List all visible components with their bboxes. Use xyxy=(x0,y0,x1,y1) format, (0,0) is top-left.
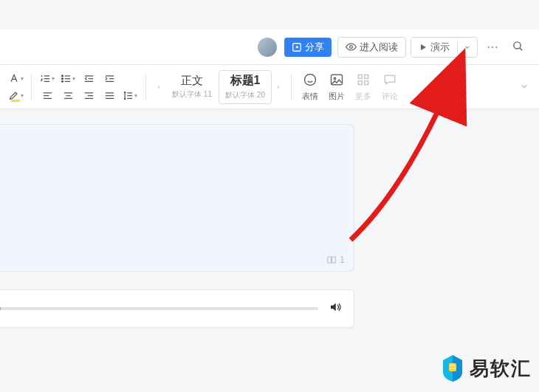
insert-comment-label: 评论 xyxy=(382,91,398,102)
reading-mode-button[interactable]: 进入阅读 xyxy=(337,37,406,58)
insert-image-label: 图片 xyxy=(329,91,345,102)
window-top-spacer xyxy=(0,0,539,30)
search-icon xyxy=(512,40,524,52)
presentation-dropdown[interactable] xyxy=(457,41,477,54)
presentation-button[interactable]: 演示 xyxy=(411,38,457,57)
font-color-button[interactable]: ▾ xyxy=(7,71,24,86)
svg-rect-12 xyxy=(365,80,368,84)
book-icon xyxy=(326,255,337,265)
style-next-button[interactable] xyxy=(272,70,285,104)
chevron-down-icon: ▾ xyxy=(21,92,24,99)
style-prev-button[interactable] xyxy=(152,70,165,104)
svg-point-2 xyxy=(514,41,521,48)
svg-point-3 xyxy=(62,75,63,76)
align-justify-button[interactable] xyxy=(101,88,117,103)
eye-icon xyxy=(346,41,357,52)
insert-group: 表情 图片 更多 评论 xyxy=(292,72,408,102)
image-icon xyxy=(329,72,344,89)
ordered-list-button[interactable]: ▾ xyxy=(39,71,55,86)
comment-icon xyxy=(382,72,397,89)
toolbar: ▾ ▾ ▾ ▾ xyxy=(0,65,539,109)
align-center-button[interactable] xyxy=(60,88,76,103)
style-body[interactable]: 正文 默认字体 11 xyxy=(165,70,219,104)
line-spacing-button[interactable]: ▾ xyxy=(122,88,138,103)
header-bar: 分享 进入阅读 演示 ⋯ xyxy=(0,30,539,65)
audio-seek-handle[interactable] xyxy=(0,305,1,312)
svg-rect-14 xyxy=(450,365,455,366)
audio-seek-track[interactable] xyxy=(0,307,318,310)
svg-rect-10 xyxy=(365,75,368,78)
toolbar-expand-button[interactable] xyxy=(509,82,539,92)
svg-point-8 xyxy=(334,78,336,80)
volume-icon xyxy=(329,300,342,314)
reading-label: 进入阅读 xyxy=(360,41,398,54)
presentation-button-group: 演示 xyxy=(411,37,478,58)
style-picker: 正文 默认字体 11 标题1 默认字体 20 xyxy=(146,70,291,104)
svg-point-1 xyxy=(350,46,353,49)
style-h1-font: 默认字体 20 xyxy=(225,90,265,100)
align-left-button[interactable] xyxy=(39,88,55,103)
svg-point-6 xyxy=(305,74,316,85)
insert-comment-button: 评论 xyxy=(382,72,398,102)
share-label: 分享 xyxy=(305,41,324,54)
insert-more-button: 更多 xyxy=(355,72,371,102)
unordered-list-button[interactable]: ▾ xyxy=(60,71,76,86)
smile-icon xyxy=(303,72,317,89)
insert-emoji-label: 表情 xyxy=(302,91,318,102)
svg-point-4 xyxy=(62,78,63,79)
font-color-group: ▾ ▾ xyxy=(0,69,31,105)
user-avatar[interactable] xyxy=(258,38,277,57)
list-align-group: ▾ ▾ ▾ xyxy=(32,69,145,105)
watermark: 易软汇 xyxy=(440,354,532,383)
audio-player xyxy=(0,289,354,328)
more-horizontal-icon: ⋯ xyxy=(487,40,498,54)
page-number: 1 xyxy=(340,255,345,265)
style-heading1[interactable]: 标题1 默认字体 20 xyxy=(219,70,272,104)
svg-point-5 xyxy=(62,80,63,82)
style-body-label: 正文 xyxy=(181,74,203,88)
document-area: 1 xyxy=(0,111,539,392)
watermark-logo-icon xyxy=(440,354,465,383)
share-button[interactable]: 分享 xyxy=(284,38,332,57)
align-right-button[interactable] xyxy=(80,88,97,103)
play-icon xyxy=(419,43,428,52)
chevron-down-icon: ▾ xyxy=(21,75,24,82)
volume-button[interactable] xyxy=(329,300,342,317)
insert-more-label: 更多 xyxy=(355,91,371,102)
insert-image-button[interactable]: 图片 xyxy=(329,72,345,102)
indent-button[interactable] xyxy=(101,71,117,86)
outdent-button[interactable] xyxy=(80,71,97,86)
style-h1-label: 标题1 xyxy=(230,73,261,89)
document-page[interactable]: 1 xyxy=(0,124,354,272)
style-body-font: 默认字体 11 xyxy=(172,89,212,100)
svg-rect-15 xyxy=(450,368,455,369)
search-button[interactable] xyxy=(507,37,529,58)
more-menu-button[interactable]: ⋯ xyxy=(482,37,503,57)
svg-rect-11 xyxy=(358,80,362,84)
chevron-down-icon xyxy=(464,44,471,51)
highlight-button[interactable]: ▾ xyxy=(7,88,24,103)
grid-icon xyxy=(356,72,371,89)
svg-rect-9 xyxy=(358,75,362,78)
presentation-label: 演示 xyxy=(430,41,450,54)
page-indicator: 1 xyxy=(326,255,345,265)
svg-rect-13 xyxy=(449,363,456,371)
watermark-text: 易软汇 xyxy=(470,356,532,382)
share-icon xyxy=(292,42,302,52)
highlight-swatch xyxy=(11,100,20,102)
insert-emoji-button[interactable]: 表情 xyxy=(302,72,318,102)
